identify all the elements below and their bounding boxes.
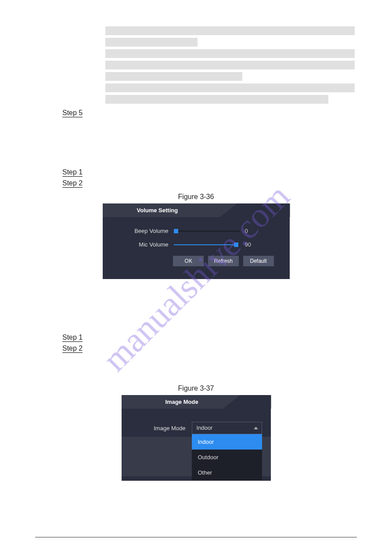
image-mode-selected-value: Indoor [197,424,213,431]
volume-title-text: Volume Setting [137,207,178,214]
redacted-line [105,61,355,69]
redacted-line [105,38,198,47]
image-mode-dropdown: Indoor Outdoor Other [192,434,262,480]
image-mode-select[interactable]: Indoor Indoor Outdoor Other [192,422,262,434]
figure-3-36-caption: Figure 3-36 [35,193,357,201]
beep-volume-row: Beep Volume 0 [120,228,281,234]
step-2-label: Step 2 [62,179,83,188]
step-5-label: Step 5 [62,109,83,117]
default-button[interactable]: Default [243,256,274,266]
redacted-line [105,72,242,81]
image-mode-panel: Image Mode Image Mode Indoor Indoor Outd… [122,395,271,481]
redacted-line [105,95,328,104]
redacted-line [105,83,355,92]
page-footer-divider [35,537,357,537]
chevron-up-icon [254,427,258,429]
slider-thumb[interactable] [234,243,238,247]
image-mode-option-other[interactable]: Other [192,465,262,480]
step-1-label: Step 1 [62,168,83,177]
volume-setting-panel: Volume Setting Beep Volume 0 Mic Volume [103,203,290,279]
mic-volume-label: Mic Volume [120,241,169,248]
volume-setting-title: Volume Setting [103,203,290,217]
ok-button[interactable]: OK [173,256,204,266]
step-1-label-b: Step 1 [62,334,83,342]
image-mode-title: Image Mode [122,395,271,409]
figure-3-37-caption: Figure 3-37 [35,385,357,392]
beep-volume-value: 0 [245,228,258,234]
mic-volume-slider[interactable] [174,242,240,248]
redacted-line [105,26,355,35]
beep-volume-slider[interactable] [174,228,240,234]
redacted-block [105,26,357,104]
mic-volume-row: Mic Volume 90 [120,241,281,248]
image-mode-select-box[interactable]: Indoor [192,422,262,434]
redacted-line [105,49,355,58]
image-mode-option-indoor[interactable]: Indoor [192,434,262,450]
page-content: Step 5 Step 1 Step 2 Figure 3-36 Volume … [0,0,392,481]
refresh-button[interactable]: Refresh [208,256,239,266]
image-mode-label: Image Mode [130,425,192,432]
step-2-label-b: Step 2 [62,345,83,353]
image-mode-title-text: Image Mode [165,399,198,405]
image-mode-option-outdoor[interactable]: Outdoor [192,450,262,465]
slider-thumb[interactable] [174,229,178,233]
mic-volume-value: 90 [245,241,258,248]
beep-volume-label: Beep Volume [120,228,169,234]
